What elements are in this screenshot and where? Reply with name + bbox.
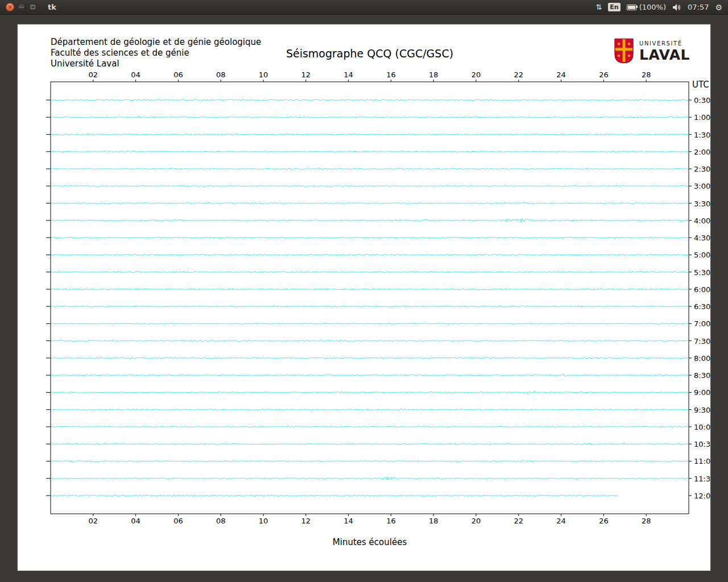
seismogram-trace	[51, 202, 689, 204]
seismogram-trace	[51, 99, 689, 101]
x-tick-label-top: 12	[301, 70, 311, 79]
settings-gear-icon[interactable]: ⚙	[715, 3, 722, 12]
seismogram-trace	[51, 391, 689, 394]
seismogram-trace	[51, 375, 689, 376]
seismogram-trace	[51, 219, 689, 222]
trace-time-label: 3:00	[694, 182, 710, 190]
window-minimize-button[interactable]: —	[17, 3, 26, 11]
trace-time-label: 10:30	[694, 440, 710, 448]
x-tick-label-bottom: 04	[131, 517, 140, 525]
battery-icon	[627, 5, 636, 10]
battery-indicator[interactable]: (100%)	[627, 3, 666, 11]
seismogram-trace	[51, 460, 689, 462]
clock[interactable]: 07:57	[688, 3, 709, 11]
x-tick-label-top: 04	[131, 70, 140, 79]
seismogram-trace	[51, 117, 689, 118]
seismogram-trace	[51, 426, 689, 427]
trace-time-label: 4:00	[694, 217, 710, 225]
x-tick-label-bottom: 14	[344, 517, 353, 525]
x-tick-label-top: 28	[642, 70, 651, 79]
keyboard-layout-indicator[interactable]: En	[608, 3, 620, 11]
trace-time-label: 9:00	[694, 388, 710, 397]
x-tick-label-top: 24	[556, 70, 566, 79]
x-tick-label-top: 16	[386, 70, 396, 79]
x-tick-label-bottom: 08	[216, 517, 226, 525]
seismogram-trace	[51, 306, 689, 307]
seismogram-trace	[51, 477, 689, 480]
x-tick-label-top: 20	[471, 70, 481, 79]
speaker-icon	[672, 3, 681, 11]
window-titlebar: × — □ tk ⇅ En (100%) 07:57 ⚙	[0, 0, 728, 15]
trace-time-label: 1:00	[694, 113, 710, 122]
seismogram-trace	[51, 254, 689, 256]
seismogram-trace	[51, 237, 689, 239]
seismogram-trace	[51, 443, 689, 445]
plot-frame	[51, 82, 689, 514]
x-tick-label-top: 26	[599, 70, 609, 79]
battery-percentage: (100%)	[639, 3, 666, 11]
x-axis-title: Minutes écoulées	[51, 537, 689, 547]
trace-time-label: 12:00	[694, 492, 710, 500]
volume-indicator[interactable]	[672, 3, 681, 11]
trace-time-label: 5:00	[694, 251, 710, 259]
seismograph-window: Département de géologie et de génie géol…	[17, 24, 711, 571]
system-tray: ⇅ En (100%) 07:57 ⚙	[595, 3, 722, 12]
seismogram-trace	[51, 271, 689, 273]
x-tick-label-bottom: 16	[386, 517, 396, 525]
trace-time-label: 10:00	[694, 423, 710, 431]
trace-time-label: 6:00	[694, 285, 710, 294]
trace-time-label: 6:30	[694, 302, 710, 311]
seismogram-trace	[51, 151, 689, 152]
x-tick-label-top: 08	[216, 70, 226, 79]
trace-time-label: 0:30	[694, 96, 710, 105]
x-tick-label-bottom: 18	[429, 517, 439, 525]
trace-time-label: 7:30	[694, 337, 710, 346]
x-tick-label-top: 10	[259, 70, 268, 79]
x-tick-label-bottom: 06	[173, 517, 183, 525]
seismogram-trace	[51, 134, 689, 135]
utc-axis-title: UTC	[692, 80, 709, 90]
trace-time-label: 2:30	[694, 165, 710, 173]
x-tick-label-top: 14	[344, 70, 353, 79]
x-tick-label-bottom: 22	[514, 517, 524, 525]
trace-time-label: 4:30	[694, 234, 710, 242]
trace-time-label: 8:30	[694, 371, 710, 380]
window-close-button[interactable]: ×	[6, 3, 14, 11]
x-tick-label-bottom: 24	[556, 517, 566, 525]
seismogram-trace	[51, 357, 689, 359]
seismogram-trace	[51, 340, 689, 342]
seismogram-trace	[51, 168, 689, 170]
seismogram-trace	[51, 289, 689, 290]
window-maximize-button[interactable]: □	[28, 3, 37, 11]
x-tick-label-top: 22	[514, 70, 524, 79]
trace-time-label: 3:30	[694, 199, 710, 208]
x-tick-label-bottom: 12	[301, 517, 311, 525]
window-title: tk	[48, 3, 56, 11]
seismogram-trace	[51, 409, 689, 410]
trace-time-label: 8:00	[694, 354, 710, 363]
seismograph-plot: 0202040406060808101012121414161618182020…	[18, 24, 710, 570]
x-tick-label-bottom: 26	[599, 517, 609, 525]
trace-time-label: 9:30	[694, 406, 710, 414]
x-tick-label-bottom: 20	[471, 517, 481, 525]
trace-time-label: 1:30	[694, 131, 710, 139]
trace-time-label: 5:30	[694, 268, 710, 277]
x-tick-label-bottom: 28	[642, 517, 651, 525]
trace-time-label: 2:00	[694, 148, 710, 156]
window-buttons: × — □	[6, 3, 40, 11]
seismogram-trace	[51, 495, 618, 497]
x-tick-label-bottom: 02	[89, 517, 98, 525]
sync-arrows-icon[interactable]: ⇅	[595, 3, 602, 11]
seismogram-trace	[51, 323, 689, 325]
x-tick-label-bottom: 10	[259, 517, 268, 525]
trace-time-label: 11:30	[694, 475, 710, 483]
trace-time-label: 11:00	[694, 457, 710, 465]
x-tick-label-top: 02	[89, 70, 98, 79]
seismogram-trace	[51, 185, 689, 187]
x-tick-label-top: 18	[429, 70, 439, 79]
trace-time-label: 7:00	[694, 319, 710, 328]
x-tick-label-top: 06	[173, 70, 183, 79]
